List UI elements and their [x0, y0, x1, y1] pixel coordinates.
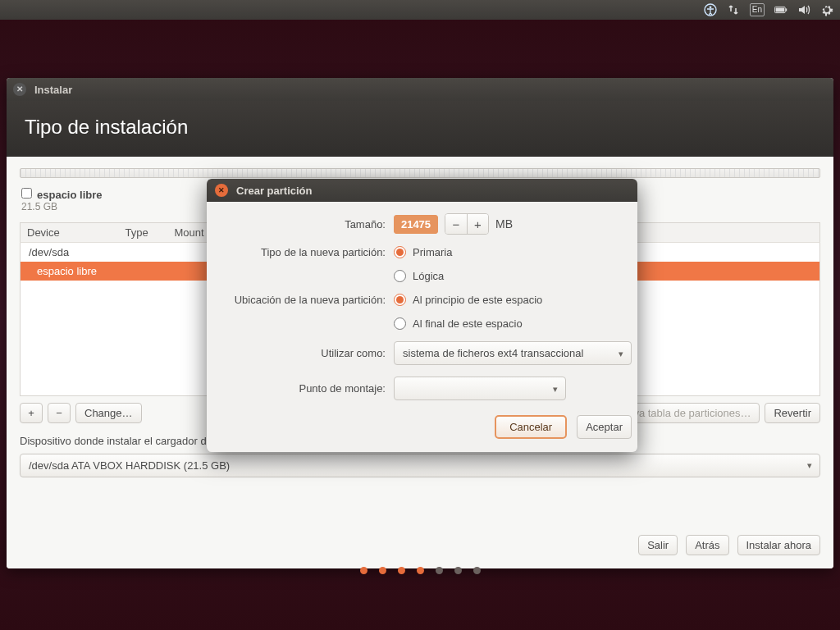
nav-buttons: Salir Atrás Instalar ahora — [20, 523, 820, 555]
free-space-checkbox[interactable] — [21, 188, 32, 199]
dot — [379, 567, 386, 574]
dot — [417, 567, 424, 574]
back-button[interactable]: Atrás — [686, 535, 728, 555]
size-decrement-button[interactable]: − — [445, 214, 467, 234]
install-now-button[interactable]: Instalar ahora — [737, 535, 821, 555]
type-logical-radio[interactable] — [394, 270, 406, 282]
type-primary-label: Primaria — [413, 246, 452, 258]
col-device[interactable]: Device — [21, 223, 119, 243]
dot — [398, 567, 405, 574]
row-device: /dev/sda — [21, 243, 119, 262]
close-icon[interactable]: ✕ — [13, 83, 26, 96]
network-icon[interactable] — [727, 3, 740, 16]
dot — [436, 567, 443, 574]
ok-button[interactable]: Aceptar — [577, 415, 632, 439]
accessibility-icon[interactable] — [704, 3, 717, 16]
location-begin-label: Al principio de este espacio — [413, 294, 542, 306]
type-primary-radio[interactable] — [394, 246, 406, 258]
size-input[interactable] — [394, 215, 438, 234]
use-as-select[interactable]: sistema de ficheros ext4 transaccional — [394, 341, 632, 365]
cancel-button[interactable]: Cancelar — [495, 415, 567, 439]
change-partition-button[interactable]: Change… — [75, 403, 142, 423]
dot — [360, 567, 368, 574]
battery-icon[interactable] — [774, 3, 788, 16]
location-end-label: Al final de este espacio — [413, 317, 523, 330]
free-space-title: espacio libre — [37, 189, 102, 201]
mount-point-label: Punto de montaje: — [221, 382, 386, 395]
bootloader-select-wrap: /dev/sda ATA VBOX HARDDISK (21.5 GB) — [20, 454, 820, 477]
window-titlebar: ✕ Instalar — [7, 78, 833, 101]
volume-icon[interactable] — [797, 3, 810, 16]
svg-rect-4 — [776, 8, 784, 12]
pager-dots — [0, 567, 840, 574]
bootloader-select[interactable]: /dev/sda ATA VBOX HARDDISK (21.5 GB) — [20, 454, 820, 477]
revert-button[interactable]: Revertir — [765, 403, 820, 423]
top-panel: En — [0, 0, 840, 20]
dot — [454, 567, 462, 574]
svg-rect-3 — [786, 8, 788, 11]
location-label: Ubicación de la nueva partición: — [221, 294, 386, 306]
gear-icon[interactable] — [820, 3, 833, 16]
type-logical-label: Lógica — [413, 270, 444, 282]
page-title: Tipo de instalación — [7, 101, 833, 157]
dot — [473, 567, 481, 574]
add-partition-button[interactable]: + — [20, 403, 43, 423]
use-as-label: Utilizar como: — [221, 347, 386, 359]
quit-button[interactable]: Salir — [638, 535, 678, 555]
size-increment-button[interactable]: + — [467, 214, 488, 234]
keyboard-layout-indicator[interactable]: En — [750, 3, 765, 16]
dialog-title: Crear partición — [236, 185, 312, 197]
location-end-radio[interactable] — [394, 317, 406, 330]
type-label: Tipo de la nueva partición: — [221, 246, 386, 258]
close-icon[interactable]: ✕ — [215, 184, 228, 197]
size-label: Tamaño: — [221, 218, 386, 231]
window-title: Instalar — [34, 84, 72, 96]
row-free: espacio libre — [21, 262, 119, 281]
partition-bar — [20, 168, 820, 178]
svg-point-1 — [709, 6, 711, 8]
dialog-titlebar: ✕ Crear partición — [207, 179, 637, 202]
remove-partition-button[interactable]: − — [48, 403, 71, 423]
mount-point-select[interactable] — [394, 377, 566, 400]
col-type[interactable]: Type — [119, 223, 168, 243]
create-partition-dialog: ✕ Crear partición Tamaño: − + MB Tipo de… — [207, 179, 637, 452]
location-begin-radio[interactable] — [394, 294, 406, 306]
size-unit: MB — [495, 217, 513, 231]
